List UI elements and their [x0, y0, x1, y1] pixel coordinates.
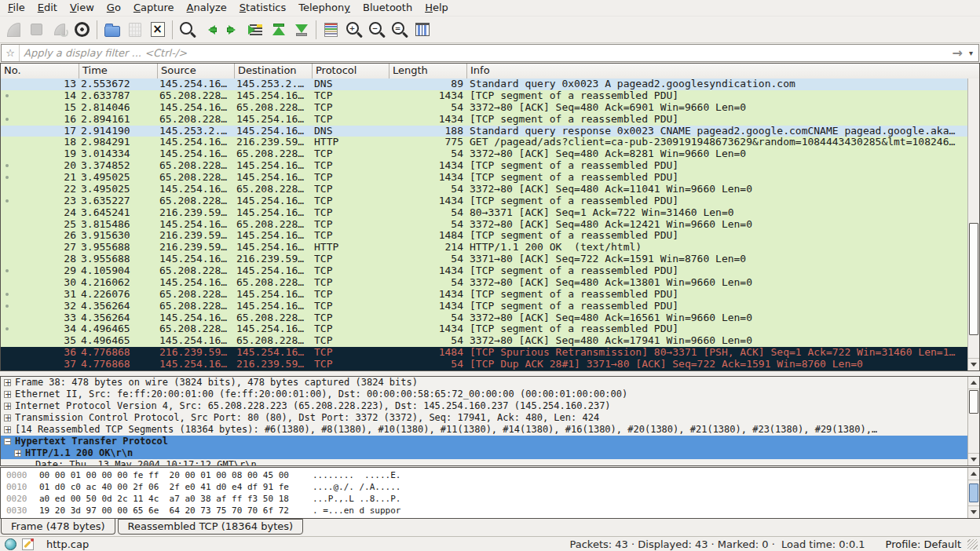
menu-telephony[interactable]: Telephony: [292, 1, 357, 15]
packet-row[interactable]: 233.63522765.208.228…145.254.16…TCP1434[…: [1, 195, 967, 207]
go-back-button[interactable]: [199, 19, 221, 40]
packet-row[interactable]: 294.10590465.208.228…145.254.16…TCP1434[…: [1, 265, 967, 277]
detail-row[interactable]: +Internet Protocol Version 4, Src: 65.20…: [1, 400, 967, 412]
zoom-out-button[interactable]: [366, 19, 387, 40]
go-forward-button[interactable]: [222, 19, 243, 40]
packet-row[interactable]: 263.915630216.239.59…145.254.16…TCP1484[…: [1, 230, 967, 242]
cell-src: 145.254.16…: [158, 137, 235, 148]
packet-row[interactable]: 283.955688145.254.16…216.239.59…TCP54337…: [1, 254, 967, 265]
menu-analyze[interactable]: Analyze: [181, 1, 233, 15]
column-header-source[interactable]: Source: [158, 64, 235, 78]
column-header-no[interactable]: No.: [1, 64, 79, 78]
scroll-up-arrow[interactable]: [968, 377, 979, 389]
display-filter-input[interactable]: ☆ Apply a display filter ... <Ctrl-/> → …: [1, 44, 979, 62]
expander-icon[interactable]: +: [14, 450, 21, 457]
menu-view[interactable]: View: [64, 1, 101, 15]
column-header-protocol[interactable]: Protocol: [313, 64, 389, 78]
cell-len: 214: [389, 242, 467, 254]
expert-info-icon[interactable]: [5, 538, 16, 550]
filter-bookmark-icon[interactable]: ☆: [2, 45, 20, 61]
menu-edit[interactable]: Edit: [31, 1, 64, 15]
packet-row[interactable]: 273.955688216.239.59…145.254.16…HTTP214H…: [1, 242, 967, 254]
byte-view-tab-reassembled-tcp-18364-bytes[interactable]: Reassembled TCP (18364 bytes): [118, 519, 304, 535]
column-header-length[interactable]: Length: [389, 64, 467, 78]
byte-view-tab-frame-478-bytes[interactable]: Frame (478 bytes): [1, 518, 115, 535]
detail-row[interactable]: +Frame 38: 478 bytes on wire (3824 bits)…: [1, 377, 967, 389]
detail-row[interactable]: −Hypertext Transfer Protocol: [1, 436, 967, 447]
file-close-button[interactable]: [147, 19, 168, 40]
packet-row[interactable]: 142.63378765.208.228…145.254.16…TCP1434[…: [1, 90, 967, 102]
capture-comment-icon[interactable]: [22, 538, 34, 550]
bytes-scrollbar[interactable]: [967, 468, 979, 518]
packet-row[interactable]: 344.49646565.208.228…145.254.16…TCP1434[…: [1, 323, 967, 335]
expander-icon[interactable]: +: [4, 391, 11, 398]
colorize-button[interactable]: [320, 19, 342, 40]
scroll-down-arrow[interactable]: [968, 358, 979, 370]
detail-scrollbar[interactable]: [967, 377, 979, 465]
packet-row[interactable]: 182.984291145.254.16…216.239.59…HTTP775G…: [1, 137, 967, 148]
hex-row[interactable]: 000000 00 01 00 00 00 fe ff 20 00 01 00 …: [1, 469, 967, 481]
packet-row[interactable]: 324.35626465.208.228…145.254.16…TCP1434[…: [1, 301, 967, 312]
column-header-destination[interactable]: Destination: [235, 64, 313, 78]
packet-row[interactable]: 223.495025145.254.16…65.208.228…TCP54337…: [1, 184, 967, 195]
packet-list-scrollbar[interactable]: [967, 78, 979, 370]
hex-row[interactable]: 003019 20 3d 97 00 00 65 6e 64 20 73 75 …: [1, 505, 967, 516]
packet-row[interactable]: 193.014334145.254.16…65.208.228…TCP54337…: [1, 148, 967, 160]
menu-go[interactable]: Go: [101, 1, 127, 15]
zoom-in-button[interactable]: [343, 19, 364, 40]
scrollbar-thumb[interactable]: [969, 483, 978, 502]
scrollbar-thumb[interactable]: [969, 223, 978, 335]
menu-statistics[interactable]: Statistics: [233, 1, 292, 15]
hex-row[interactable]: 001001 d0 c0 ac 40 00 2f 06 2f e0 41 d0 …: [1, 481, 967, 493]
scroll-down-arrow[interactable]: [968, 453, 979, 465]
hex-row[interactable]: 0020a0 ed 00 50 0d 2c 11 4c a7 a0 38 af …: [1, 493, 967, 505]
filter-apply-icon[interactable]: →: [946, 46, 969, 60]
expander-icon[interactable]: −: [4, 438, 11, 445]
file-open-button[interactable]: [101, 19, 122, 40]
menu-bluetooth[interactable]: Bluetooth: [357, 1, 419, 15]
expander-icon[interactable]: +: [4, 403, 11, 410]
packet-row[interactable]: 304.216062145.254.16…65.208.228…TCP54337…: [1, 277, 967, 289]
cell-no: 26: [1, 230, 79, 242]
packet-row[interactable]: 213.49502565.208.228…145.254.16…TCP1434[…: [1, 172, 967, 184]
filter-dropdown-icon[interactable]: ▾: [969, 49, 978, 57]
menu-capture[interactable]: Capture: [127, 1, 181, 15]
column-header-info[interactable]: Info: [467, 64, 979, 78]
packet-row[interactable]: 364.776868216.239.59…145.254.16…TCP1484[…: [1, 347, 967, 359]
menu-file[interactable]: File: [2, 1, 31, 15]
profile-indicator[interactable]: Profile: Default: [886, 538, 961, 550]
packet-row[interactable]: 314.22607665.208.228…145.254.16…TCP1434[…: [1, 289, 967, 301]
packet-row[interactable]: 172.914190145.253.2.…145.254.16…DNS188St…: [1, 126, 967, 137]
detail-row[interactable]: +Date: Thu, 13 May 2004 10:17:12 GMT\r\n: [1, 459, 967, 465]
packet-row[interactable]: 374.776868145.254.16…216.239.59…TCP54[TC…: [1, 359, 967, 370]
packet-row[interactable]: 334.356264145.254.16…65.208.228…TCP54337…: [1, 312, 967, 324]
packet-row[interactable]: 354.496465145.254.16…65.208.228…TCP54337…: [1, 335, 967, 347]
expander-icon[interactable]: +: [4, 414, 11, 421]
packet-row[interactable]: 253.815486145.254.16…65.208.228…TCP54337…: [1, 219, 967, 231]
scroll-down-arrow[interactable]: [968, 505, 979, 518]
status-bar: http.cap Packets: 43 · Displayed: 43 · M…: [0, 536, 980, 551]
detail-row[interactable]: +Ethernet II, Src: fe:ff:20:00:01:00 (fe…: [1, 389, 967, 400]
scrollbar-thumb[interactable]: [969, 390, 978, 414]
go-last-button[interactable]: [291, 19, 312, 40]
detail-row[interactable]: +[14 Reassembled TCP Segments (18364 byt…: [1, 424, 967, 436]
packet-row[interactable]: 152.814046145.254.16…65.208.228…TCP54337…: [1, 102, 967, 114]
detail-row[interactable]: +HTTP/1.1 200 OK\r\n: [1, 447, 967, 459]
menu-help[interactable]: Help: [419, 1, 455, 15]
scroll-up-arrow[interactable]: [968, 468, 979, 480]
find-packet-button[interactable]: [177, 19, 198, 40]
capture-options-button[interactable]: [71, 19, 93, 40]
packet-row[interactable]: 243.645241216.239.59…145.254.16…TCP5480→…: [1, 207, 967, 219]
resize-columns-button[interactable]: [411, 19, 433, 40]
go-to-packet-button[interactable]: [245, 19, 266, 40]
expander-icon[interactable]: +: [4, 426, 11, 433]
zoom-100-button[interactable]: [389, 19, 410, 40]
column-header-time[interactable]: Time: [79, 64, 158, 78]
packet-row[interactable]: 132.553672145.254.16…145.253.2.…DNS89Sta…: [1, 78, 967, 90]
packet-row[interactable]: 162.89416165.208.228…145.254.16…TCP1434[…: [1, 114, 967, 126]
detail-row[interactable]: +Transmission Control Protocol, Src Port…: [1, 412, 967, 424]
expander-icon[interactable]: +: [4, 379, 11, 386]
go-first-button[interactable]: [268, 19, 289, 40]
packet-row[interactable]: 203.37485265.208.228…145.254.16…TCP1434[…: [1, 160, 967, 172]
resize-grip[interactable]: [967, 539, 978, 549]
